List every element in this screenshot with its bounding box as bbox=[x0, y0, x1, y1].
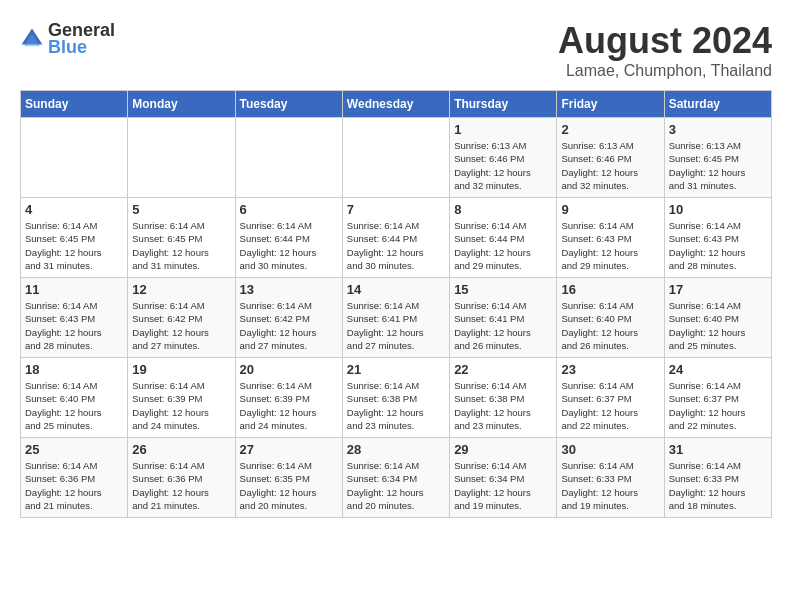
day-number: 2 bbox=[561, 122, 659, 137]
day-info: Sunrise: 6:13 AM Sunset: 6:45 PM Dayligh… bbox=[669, 139, 767, 192]
calendar-day-cell: 2Sunrise: 6:13 AM Sunset: 6:46 PM Daylig… bbox=[557, 118, 664, 198]
calendar-day-cell: 17Sunrise: 6:14 AM Sunset: 6:40 PM Dayli… bbox=[664, 278, 771, 358]
day-number: 20 bbox=[240, 362, 338, 377]
day-info: Sunrise: 6:14 AM Sunset: 6:44 PM Dayligh… bbox=[347, 219, 445, 272]
day-info: Sunrise: 6:14 AM Sunset: 6:39 PM Dayligh… bbox=[240, 379, 338, 432]
day-number: 25 bbox=[25, 442, 123, 457]
day-info: Sunrise: 6:14 AM Sunset: 6:34 PM Dayligh… bbox=[347, 459, 445, 512]
day-number: 22 bbox=[454, 362, 552, 377]
day-info: Sunrise: 6:14 AM Sunset: 6:34 PM Dayligh… bbox=[454, 459, 552, 512]
calendar-day-cell: 22Sunrise: 6:14 AM Sunset: 6:38 PM Dayli… bbox=[450, 358, 557, 438]
day-number: 23 bbox=[561, 362, 659, 377]
day-info: Sunrise: 6:14 AM Sunset: 6:39 PM Dayligh… bbox=[132, 379, 230, 432]
calendar-day-cell: 30Sunrise: 6:14 AM Sunset: 6:33 PM Dayli… bbox=[557, 438, 664, 518]
day-info: Sunrise: 6:14 AM Sunset: 6:38 PM Dayligh… bbox=[347, 379, 445, 432]
weekday-header: Friday bbox=[557, 91, 664, 118]
day-number: 6 bbox=[240, 202, 338, 217]
calendar-day-cell: 6Sunrise: 6:14 AM Sunset: 6:44 PM Daylig… bbox=[235, 198, 342, 278]
calendar-day-cell: 13Sunrise: 6:14 AM Sunset: 6:42 PM Dayli… bbox=[235, 278, 342, 358]
logo-blue: Blue bbox=[48, 37, 115, 58]
calendar-day-cell: 1Sunrise: 6:13 AM Sunset: 6:46 PM Daylig… bbox=[450, 118, 557, 198]
day-number: 9 bbox=[561, 202, 659, 217]
day-number: 1 bbox=[454, 122, 552, 137]
day-info: Sunrise: 6:14 AM Sunset: 6:35 PM Dayligh… bbox=[240, 459, 338, 512]
day-number: 27 bbox=[240, 442, 338, 457]
calendar-day-cell bbox=[235, 118, 342, 198]
day-info: Sunrise: 6:14 AM Sunset: 6:33 PM Dayligh… bbox=[669, 459, 767, 512]
day-number: 29 bbox=[454, 442, 552, 457]
calendar-body: 1Sunrise: 6:13 AM Sunset: 6:46 PM Daylig… bbox=[21, 118, 772, 518]
day-number: 3 bbox=[669, 122, 767, 137]
day-info: Sunrise: 6:14 AM Sunset: 6:38 PM Dayligh… bbox=[454, 379, 552, 432]
day-info: Sunrise: 6:14 AM Sunset: 6:37 PM Dayligh… bbox=[561, 379, 659, 432]
weekday-header: Sunday bbox=[21, 91, 128, 118]
calendar-day-cell: 26Sunrise: 6:14 AM Sunset: 6:36 PM Dayli… bbox=[128, 438, 235, 518]
calendar-day-cell: 18Sunrise: 6:14 AM Sunset: 6:40 PM Dayli… bbox=[21, 358, 128, 438]
day-number: 28 bbox=[347, 442, 445, 457]
day-number: 12 bbox=[132, 282, 230, 297]
day-number: 14 bbox=[347, 282, 445, 297]
calendar-day-cell: 9Sunrise: 6:14 AM Sunset: 6:43 PM Daylig… bbox=[557, 198, 664, 278]
logo-text: General Blue bbox=[48, 20, 115, 58]
day-info: Sunrise: 6:14 AM Sunset: 6:40 PM Dayligh… bbox=[669, 299, 767, 352]
calendar-day-cell: 3Sunrise: 6:13 AM Sunset: 6:45 PM Daylig… bbox=[664, 118, 771, 198]
calendar-day-cell: 16Sunrise: 6:14 AM Sunset: 6:40 PM Dayli… bbox=[557, 278, 664, 358]
day-info: Sunrise: 6:14 AM Sunset: 6:42 PM Dayligh… bbox=[132, 299, 230, 352]
day-number: 5 bbox=[132, 202, 230, 217]
weekday-header: Monday bbox=[128, 91, 235, 118]
weekday-header: Thursday bbox=[450, 91, 557, 118]
day-number: 4 bbox=[25, 202, 123, 217]
calendar-day-cell: 31Sunrise: 6:14 AM Sunset: 6:33 PM Dayli… bbox=[664, 438, 771, 518]
calendar-day-cell: 28Sunrise: 6:14 AM Sunset: 6:34 PM Dayli… bbox=[342, 438, 449, 518]
calendar-day-cell bbox=[128, 118, 235, 198]
day-number: 15 bbox=[454, 282, 552, 297]
calendar-day-cell: 5Sunrise: 6:14 AM Sunset: 6:45 PM Daylig… bbox=[128, 198, 235, 278]
day-number: 8 bbox=[454, 202, 552, 217]
day-number: 21 bbox=[347, 362, 445, 377]
calendar-day-cell: 8Sunrise: 6:14 AM Sunset: 6:44 PM Daylig… bbox=[450, 198, 557, 278]
day-number: 7 bbox=[347, 202, 445, 217]
calendar-day-cell: 21Sunrise: 6:14 AM Sunset: 6:38 PM Dayli… bbox=[342, 358, 449, 438]
calendar-week-row: 4Sunrise: 6:14 AM Sunset: 6:45 PM Daylig… bbox=[21, 198, 772, 278]
calendar-day-cell: 29Sunrise: 6:14 AM Sunset: 6:34 PM Dayli… bbox=[450, 438, 557, 518]
day-info: Sunrise: 6:14 AM Sunset: 6:36 PM Dayligh… bbox=[25, 459, 123, 512]
calendar-day-cell: 15Sunrise: 6:14 AM Sunset: 6:41 PM Dayli… bbox=[450, 278, 557, 358]
day-number: 17 bbox=[669, 282, 767, 297]
day-number: 18 bbox=[25, 362, 123, 377]
calendar-day-cell: 19Sunrise: 6:14 AM Sunset: 6:39 PM Dayli… bbox=[128, 358, 235, 438]
calendar-day-cell: 23Sunrise: 6:14 AM Sunset: 6:37 PM Dayli… bbox=[557, 358, 664, 438]
day-number: 31 bbox=[669, 442, 767, 457]
calendar-day-cell: 12Sunrise: 6:14 AM Sunset: 6:42 PM Dayli… bbox=[128, 278, 235, 358]
day-number: 13 bbox=[240, 282, 338, 297]
day-info: Sunrise: 6:14 AM Sunset: 6:42 PM Dayligh… bbox=[240, 299, 338, 352]
day-number: 11 bbox=[25, 282, 123, 297]
day-info: Sunrise: 6:14 AM Sunset: 6:45 PM Dayligh… bbox=[132, 219, 230, 272]
day-number: 16 bbox=[561, 282, 659, 297]
calendar-day-cell: 7Sunrise: 6:14 AM Sunset: 6:44 PM Daylig… bbox=[342, 198, 449, 278]
month-year: August 2024 bbox=[558, 20, 772, 62]
day-number: 19 bbox=[132, 362, 230, 377]
page-header: General Blue August 2024 Lamae, Chumphon… bbox=[20, 20, 772, 80]
location: Lamae, Chumphon, Thailand bbox=[558, 62, 772, 80]
day-number: 10 bbox=[669, 202, 767, 217]
day-info: Sunrise: 6:14 AM Sunset: 6:44 PM Dayligh… bbox=[240, 219, 338, 272]
calendar-day-cell: 20Sunrise: 6:14 AM Sunset: 6:39 PM Dayli… bbox=[235, 358, 342, 438]
calendar-week-row: 1Sunrise: 6:13 AM Sunset: 6:46 PM Daylig… bbox=[21, 118, 772, 198]
day-info: Sunrise: 6:14 AM Sunset: 6:44 PM Dayligh… bbox=[454, 219, 552, 272]
calendar-week-row: 11Sunrise: 6:14 AM Sunset: 6:43 PM Dayli… bbox=[21, 278, 772, 358]
day-info: Sunrise: 6:14 AM Sunset: 6:43 PM Dayligh… bbox=[25, 299, 123, 352]
day-info: Sunrise: 6:14 AM Sunset: 6:40 PM Dayligh… bbox=[561, 299, 659, 352]
title-block: August 2024 Lamae, Chumphon, Thailand bbox=[558, 20, 772, 80]
day-number: 26 bbox=[132, 442, 230, 457]
calendar-day-cell: 25Sunrise: 6:14 AM Sunset: 6:36 PM Dayli… bbox=[21, 438, 128, 518]
day-info: Sunrise: 6:13 AM Sunset: 6:46 PM Dayligh… bbox=[454, 139, 552, 192]
calendar-day-cell: 11Sunrise: 6:14 AM Sunset: 6:43 PM Dayli… bbox=[21, 278, 128, 358]
calendar-table: SundayMondayTuesdayWednesdayThursdayFrid… bbox=[20, 90, 772, 518]
day-info: Sunrise: 6:14 AM Sunset: 6:41 PM Dayligh… bbox=[347, 299, 445, 352]
calendar-day-cell bbox=[342, 118, 449, 198]
day-info: Sunrise: 6:14 AM Sunset: 6:43 PM Dayligh… bbox=[669, 219, 767, 272]
day-info: Sunrise: 6:14 AM Sunset: 6:37 PM Dayligh… bbox=[669, 379, 767, 432]
calendar-week-row: 18Sunrise: 6:14 AM Sunset: 6:40 PM Dayli… bbox=[21, 358, 772, 438]
logo: General Blue bbox=[20, 20, 115, 58]
day-info: Sunrise: 6:14 AM Sunset: 6:43 PM Dayligh… bbox=[561, 219, 659, 272]
